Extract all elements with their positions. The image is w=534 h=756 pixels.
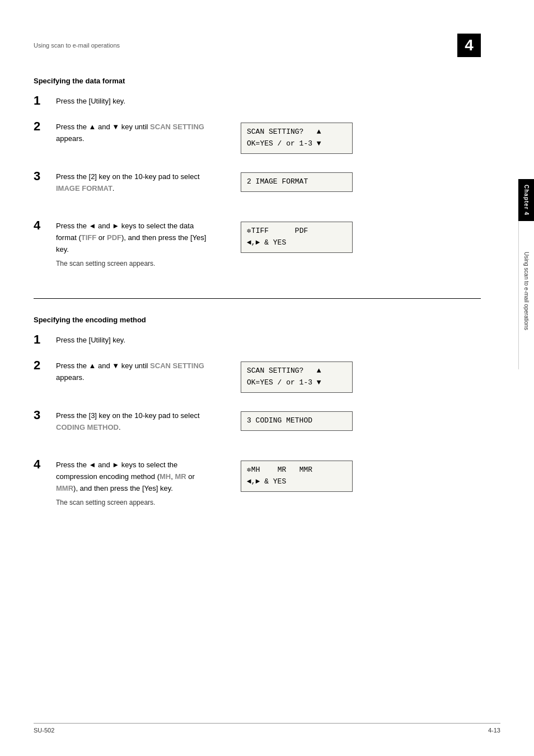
lcd-line-3-1: 2 IMAGE FORMAT bbox=[247, 176, 346, 188]
lcd-enc-line-4-2: ◄,► & YES bbox=[247, 476, 346, 488]
step-4-highlight-tiff: TIFF bbox=[81, 233, 96, 242]
step-4-left: 4 Press the ◄ and ► keys to select the d… bbox=[34, 219, 213, 281]
step-3-display: 2 IMAGE FORMAT bbox=[229, 170, 353, 192]
step-3-highlight: IMAGE FORMAT bbox=[56, 184, 113, 192]
step-3-enc: 3 Press the [3] key on the 10-key pad to… bbox=[34, 408, 481, 446]
step-3-data: 3 Press the [2] key on the 10-key pad to… bbox=[34, 170, 481, 207]
step-content-1: Press the [Utility] key. bbox=[56, 94, 481, 107]
step-enc-number-4: 4 bbox=[34, 458, 56, 471]
step-2-left: 2 Press the ▲ and ▼ key until SCAN SETTI… bbox=[34, 120, 213, 157]
lcd-display-4: ✲TIFF PDF ◄,► & YES bbox=[241, 222, 353, 253]
content-area: Using scan to e-mail operations 4 Specif… bbox=[0, 0, 514, 566]
step-enc-content-1: Press the [Utility] key. bbox=[56, 333, 481, 346]
step-enc-number-2: 2 bbox=[34, 359, 56, 372]
step-2-highlight: SCAN SETTING bbox=[150, 123, 204, 131]
step-enc-4-note: The scan setting screen appears. bbox=[56, 497, 213, 508]
step-4-data: 4 Press the ◄ and ► keys to select the d… bbox=[34, 219, 481, 281]
step-enc-content-4: Press the ◄ and ► keys to select the com… bbox=[56, 458, 213, 508]
step-enc-content-2: Press the ▲ and ▼ key until SCAN SETTING… bbox=[56, 359, 213, 384]
lcd-enc-line-2-1: SCAN SETTING? ▲ bbox=[247, 365, 346, 377]
lcd-display-2: SCAN SETTING? ▲ OK=YES / or 1-3 ▼ bbox=[241, 123, 353, 154]
step-content-3: Press the [2] key on the 10-key pad to s… bbox=[56, 170, 213, 195]
step-number-3: 3 bbox=[34, 170, 56, 183]
step-enc-2-inner: 2 Press the ▲ and ▼ key until SCAN SETTI… bbox=[34, 359, 213, 384]
chapter-number-box: 4 bbox=[457, 34, 481, 57]
lcd-enc-line-3-1: 3 CODING METHOD bbox=[247, 415, 346, 427]
step-enc-2-text-before: Press the ▲ and ▼ key until bbox=[56, 361, 150, 370]
step-2-text-before: Press the ▲ and ▼ key until bbox=[56, 123, 150, 131]
lcd-enc-display-4: ✲MH MR MMR ◄,► & YES bbox=[241, 461, 353, 492]
step-number-4: 4 bbox=[34, 219, 56, 232]
step-content-2: Press the ▲ and ▼ key until SCAN SETTING… bbox=[56, 120, 213, 145]
step-enc-3-inner: 3 Press the [3] key on the 10-key pad to… bbox=[34, 408, 213, 434]
lcd-line-4-2: ◄,► & YES bbox=[247, 237, 346, 249]
step-enc-3-highlight: CODING METHOD bbox=[56, 423, 119, 431]
step-enc-number-1: 1 bbox=[34, 333, 56, 346]
step-2-text-after: appears. bbox=[56, 134, 85, 143]
step-enc-3-text-before: Press the [3] key on the 10-key pad to s… bbox=[56, 411, 200, 420]
page-footer: SU-502 4-13 bbox=[34, 723, 500, 734]
step-3-text-after: . bbox=[113, 184, 115, 192]
step-enc-2-text-after: appears. bbox=[56, 373, 85, 382]
step-enc-4-highlight-mr: MR bbox=[175, 472, 186, 481]
side-label-text: Using scan to e-mail operations bbox=[523, 252, 530, 330]
footer-left: SU-502 bbox=[34, 727, 54, 734]
step-enc-number-3: 3 bbox=[34, 408, 56, 422]
step-enc-4-text-after: ), and then press the [Yes] key. bbox=[73, 484, 173, 492]
section-title-encoding: Specifying the encoding method bbox=[34, 316, 481, 324]
step-enc-2-display: SCAN SETTING? ▲ OK=YES / or 1-3 ▼ bbox=[229, 359, 353, 393]
side-label: Using scan to e-mail operations bbox=[518, 213, 534, 369]
lcd-enc-line-4-1: ✲MH MR MMR bbox=[247, 464, 346, 476]
footer-right: 4-13 bbox=[488, 727, 500, 734]
step-enc-4-inner: 4 Press the ◄ and ► keys to select the c… bbox=[34, 458, 213, 508]
step-enc-4-display: ✲MH MR MMR ◄,► & YES bbox=[229, 458, 353, 492]
step-2-display: SCAN SETTING? ▲ OK=YES / or 1-3 ▼ bbox=[229, 120, 353, 154]
step-4-note: The scan setting screen appears. bbox=[56, 259, 213, 269]
lcd-line-2-1: SCAN SETTING? ▲ bbox=[247, 126, 346, 138]
step-enc-text-1: Press the [Utility] key. bbox=[56, 336, 125, 344]
step-4-highlight-pdf: PDF bbox=[107, 233, 121, 242]
page-container: Chapter 4 Using scan to e-mail operation… bbox=[0, 0, 534, 756]
step-enc-3-left: 3 Press the [3] key on the 10-key pad to… bbox=[34, 408, 213, 446]
step-4-inner: 4 Press the ◄ and ► keys to select the d… bbox=[34, 219, 213, 269]
step-content-4: Press the ◄ and ► keys to select the dat… bbox=[56, 219, 213, 269]
step-enc-4-text-mid2: or bbox=[186, 472, 195, 481]
step-text-1: Press the [Utility] key. bbox=[56, 97, 125, 105]
step-4-enc: 4 Press the ◄ and ► keys to select the c… bbox=[34, 458, 481, 520]
chapter-tab-label: Chapter 4 bbox=[523, 185, 530, 215]
section-encoding-method: Specifying the encoding method 1 Press t… bbox=[34, 316, 481, 520]
step-number-1: 1 bbox=[34, 94, 56, 107]
step-enc-4-highlight-mh: MH bbox=[160, 472, 171, 481]
step-enc-content-3: Press the [3] key on the 10-key pad to s… bbox=[56, 408, 213, 434]
step-number-2: 2 bbox=[34, 120, 56, 133]
section-data-format: Specifying the data format 1 Press the [… bbox=[34, 77, 481, 281]
step-enc-2-left: 2 Press the ▲ and ▼ key until SCAN SETTI… bbox=[34, 359, 213, 396]
breadcrumb: Using scan to e-mail operations bbox=[34, 42, 120, 49]
step-enc-4-highlight-mmr: MMR bbox=[56, 484, 73, 492]
step-enc-4-left: 4 Press the ◄ and ► keys to select the c… bbox=[34, 458, 213, 520]
step-enc-2-highlight: SCAN SETTING bbox=[150, 361, 204, 370]
step-2-enc: 2 Press the ▲ and ▼ key until SCAN SETTI… bbox=[34, 359, 481, 396]
step-3-inner: 3 Press the [2] key on the 10-key pad to… bbox=[34, 170, 213, 195]
step-4-text-mid: or bbox=[96, 233, 107, 242]
step-1-data: 1 Press the [Utility] key. bbox=[34, 94, 481, 107]
section-title-data-format: Specifying the data format bbox=[34, 77, 481, 85]
lcd-enc-display-2: SCAN SETTING? ▲ OK=YES / or 1-3 ▼ bbox=[241, 361, 353, 393]
step-1-enc: 1 Press the [Utility] key. bbox=[34, 333, 481, 346]
lcd-line-2-2: OK=YES / or 1-3 ▼ bbox=[247, 138, 346, 150]
step-3-text-before: Press the [2] key on the 10-key pad to s… bbox=[56, 172, 200, 181]
section-divider bbox=[34, 298, 481, 299]
step-enc-3-text-after: . bbox=[119, 423, 121, 431]
page-header: Using scan to e-mail operations 4 bbox=[34, 34, 481, 60]
lcd-line-4-1: ✲TIFF PDF bbox=[247, 226, 346, 237]
step-enc-3-display: 3 CODING METHOD bbox=[229, 408, 353, 431]
step-2-data: 2 Press the ▲ and ▼ key until SCAN SETTI… bbox=[34, 120, 481, 157]
lcd-display-3: 2 IMAGE FORMAT bbox=[241, 172, 353, 192]
step-3-left: 3 Press the [2] key on the 10-key pad to… bbox=[34, 170, 213, 207]
lcd-enc-display-3: 3 CODING METHOD bbox=[241, 411, 353, 431]
step-4-display: ✲TIFF PDF ◄,► & YES bbox=[229, 219, 353, 253]
step-2-inner: 2 Press the ▲ and ▼ key until SCAN SETTI… bbox=[34, 120, 213, 145]
lcd-enc-line-2-2: OK=YES / or 1-3 ▼ bbox=[247, 377, 346, 389]
chapter-tab: Chapter 4 bbox=[518, 179, 534, 221]
